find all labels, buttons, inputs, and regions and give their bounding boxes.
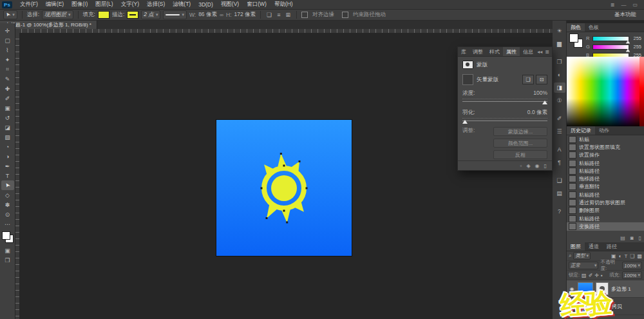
tab-swatches[interactable]: 色板 <box>585 23 603 32</box>
healing-brush-tool[interactable]: ✚ <box>1 84 14 93</box>
blend-mode-dropdown[interactable]: 正常▾ <box>569 262 598 269</box>
invert-button[interactable]: 反相 <box>493 150 547 159</box>
path-selection-tool[interactable]: ➤ <box>1 180 14 190</box>
workspace-switcher[interactable]: 基本功能 <box>614 11 644 19</box>
filter-smart-objects-icon[interactable]: ▩ <box>637 253 642 259</box>
tab-channels[interactable]: 通道 <box>585 242 603 251</box>
move-tool[interactable]: ✛ <box>1 26 14 35</box>
history-item[interactable]: 删除图层 <box>567 207 644 215</box>
feather-slider[interactable] <box>462 119 547 124</box>
feather-value[interactable]: 0.0 像素 <box>527 109 547 117</box>
filter-type-layers-icon[interactable]: T <box>624 253 627 259</box>
adjustments-panel-icon[interactable]: ☀ <box>554 26 565 36</box>
marquee-tool[interactable]: ▢ <box>1 35 14 45</box>
delete-state-trash-icon[interactable]: ▯ <box>639 235 641 241</box>
pen-tool[interactable]: ✒ <box>1 161 14 171</box>
color-range-button[interactable]: 颜色范围... <box>493 139 547 148</box>
menu-item-window[interactable]: 窗口(W) <box>243 1 270 8</box>
tab-adjustments[interactable]: 调整 <box>469 47 486 56</box>
opacity-dropdown[interactable]: 100%▾ <box>622 262 642 269</box>
filter-pixel-layers-icon[interactable]: ▣ <box>611 253 616 259</box>
tab-layers[interactable]: 图层 <box>567 242 585 251</box>
density-slider[interactable] <box>462 99 547 104</box>
history-item[interactable]: 粘贴 <box>567 135 644 143</box>
align-edges-checkbox[interactable] <box>301 12 308 18</box>
hand-tool[interactable]: ✽ <box>1 200 14 209</box>
add-vector-mask-button[interactable]: ⊡ <box>536 75 547 84</box>
link-dimensions-icon[interactable]: ∞ <box>220 12 223 18</box>
paragraph-panel-icon[interactable]: ¶ <box>554 157 565 168</box>
color-spectrum-red-bar[interactable] <box>639 57 644 126</box>
tab-libraries[interactable]: 库 <box>458 47 469 56</box>
brush-panel-icon[interactable]: ✐ <box>554 113 565 124</box>
type-tool[interactable]: T <box>1 171 14 180</box>
layer-comps-panel-icon[interactable]: ❑ <box>554 175 565 186</box>
clone-source-panel-icon[interactable]: ❐ <box>554 57 565 67</box>
apply-mask-icon[interactable]: ◈ <box>526 163 530 169</box>
eyedropper-tool[interactable]: ✎ <box>1 74 14 84</box>
fill-opacity-dropdown[interactable]: 100%▾ <box>622 271 642 279</box>
zoom-tool[interactable]: ⊙ <box>1 209 14 219</box>
history-item[interactable]: 垂直翻转 <box>567 183 644 191</box>
menu-item-view[interactable]: 视图(V) <box>217 1 243 8</box>
shape-tool[interactable]: ◇ <box>1 190 14 200</box>
character-panel-icon[interactable]: A <box>554 144 565 155</box>
red-value[interactable]: 255 <box>631 35 641 41</box>
menu-item-file[interactable]: 文件(F) <box>16 1 42 8</box>
screen-mode-button[interactable]: ❐ <box>1 255 14 265</box>
density-slider-handle[interactable] <box>542 101 547 104</box>
layer-name[interactable]: 多边形 1 <box>611 285 631 293</box>
stroke-type-dropdown[interactable]: ▾ <box>163 10 187 19</box>
mask-visibility-eye-icon[interactable]: ◉ <box>535 163 540 169</box>
menu-item-help[interactable]: 帮助(H) <box>270 1 297 8</box>
constrain-path-checkbox[interactable] <box>342 12 348 18</box>
crop-tool[interactable]: ⌗ <box>1 64 14 74</box>
brush-tool[interactable]: ✐ <box>1 93 14 103</box>
select-mode-dropdown[interactable]: 现用图层 ▾ <box>42 10 73 19</box>
mask-thumbnail[interactable] <box>462 74 473 85</box>
clone-stamp-tool[interactable]: ▣ <box>1 103 14 113</box>
path-arrangement-icon[interactable]: ⊞ <box>284 12 292 18</box>
filter-adjustment-layers-icon[interactable]: ◐ <box>619 253 622 259</box>
help-panel-icon[interactable]: ? <box>554 206 565 217</box>
stroke-color-swatch[interactable] <box>127 11 138 19</box>
history-item[interactable]: 粘贴路径 <box>567 167 644 175</box>
menu-item-layer[interactable]: 图层(L) <box>91 1 117 8</box>
gradient-tool[interactable]: ▧ <box>1 132 14 142</box>
width-field[interactable]: 86 像素 <box>198 11 217 19</box>
lock-transparency-icon[interactable]: ▨ <box>582 273 587 278</box>
info-panel-icon[interactable]: ① <box>554 95 565 106</box>
green-value[interactable]: 255 <box>631 44 641 50</box>
toolbar-color-swatches[interactable] <box>2 231 14 243</box>
history-item[interactable]: 设置形状图层填充 <box>567 143 644 151</box>
minimize-icon[interactable]: — <box>621 2 626 8</box>
new-snapshot-icon[interactable]: ◙ <box>630 235 634 241</box>
menu-item-type[interactable]: 文字(Y) <box>117 1 143 8</box>
tab-styles[interactable]: 样式 <box>486 47 503 56</box>
menu-item-edit[interactable]: 编辑(E) <box>42 1 68 8</box>
blur-tool[interactable]: ◔ <box>1 142 14 151</box>
more-tools-ellipsis[interactable]: ⋯ <box>1 219 14 229</box>
lock-all-icon[interactable]: ▪ <box>601 273 603 278</box>
restore-icon[interactable]: ▭ <box>632 2 638 8</box>
tool-preset-dropdown[interactable]: ➤ ▾ <box>3 10 17 19</box>
history-item-selected[interactable]: 变换路径 <box>567 222 644 230</box>
canvas-artwork[interactable] <box>216 120 352 256</box>
new-document-from-state-icon[interactable]: ▤ <box>620 235 625 241</box>
collapse-panel-icon[interactable]: ◂◂ <box>537 49 542 55</box>
tab-properties[interactable]: 属性 <box>503 47 520 56</box>
history-item[interactable]: 通过剪切的形状图层 <box>567 198 644 206</box>
red-slider[interactable] <box>592 36 629 41</box>
properties-panel-icon[interactable]: ◨ <box>554 82 565 93</box>
path-operations-icon[interactable]: ❏ <box>265 12 273 18</box>
menu-item-select[interactable]: 选择(S) <box>143 1 169 8</box>
layer-filter-dropdown[interactable]: 类型▾ <box>573 252 591 260</box>
histogram-panel-icon[interactable]: ▆ <box>554 39 565 49</box>
navigator-panel-icon[interactable]: ◐ <box>554 70 565 80</box>
fill-color-swatch[interactable] <box>98 11 109 19</box>
height-field[interactable]: 172 像素 <box>234 11 256 19</box>
lock-pixels-icon[interactable]: ✐ <box>589 273 593 278</box>
color-spectrum-picker[interactable] <box>567 57 644 126</box>
quick-selection-tool[interactable]: ✦ <box>1 55 14 64</box>
tab-paths[interactable]: 路径 <box>603 242 621 251</box>
